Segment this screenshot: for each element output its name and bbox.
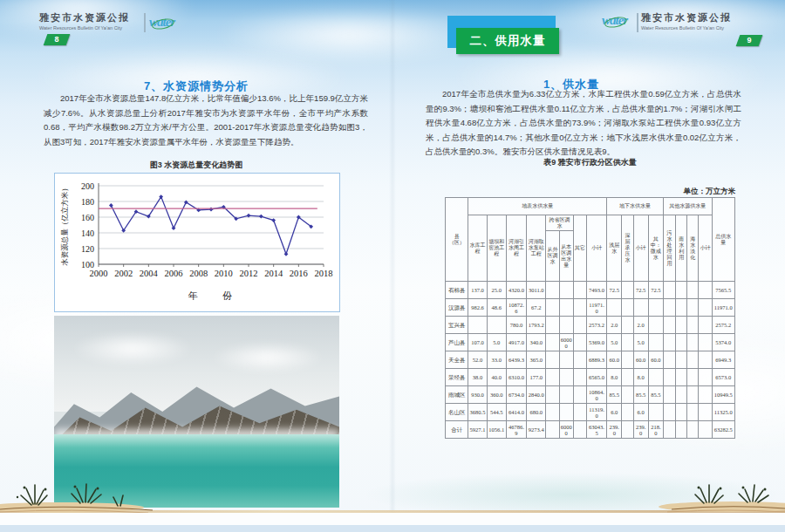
table-cell: 544.5 [487, 404, 506, 421]
table-cell [687, 351, 699, 369]
table-cell: 930.0 [468, 386, 487, 404]
table-cell-region: 石棉县 [446, 282, 468, 299]
data-marker [284, 252, 289, 256]
table-cell [663, 317, 675, 334]
table-cell: 72.5 [607, 282, 622, 299]
x-tick-label: 2012 [240, 269, 258, 278]
chart-title: 图3 水资源总量变化趋势图 [52, 160, 340, 171]
table-cell [546, 404, 559, 421]
table-cell: 2840.0 [527, 386, 546, 404]
table-cell: 9273.4 [527, 421, 546, 439]
table-cell [573, 351, 586, 369]
table-cell [622, 299, 633, 317]
table-cell [663, 386, 675, 404]
table-cell [676, 334, 687, 351]
table-cell-region: 汉源县 [446, 299, 468, 317]
header-subtotal-other: 小计 [699, 215, 712, 282]
right-header-title: 雅安市水资源公报 [641, 11, 732, 24]
page-gutter [389, 0, 396, 532]
cloud-decoration [218, 9, 480, 61]
left-header-subtitle: Water Resources Bulletin Of Ya'an City [39, 25, 130, 31]
bottom-margin [0, 513, 785, 525]
table-cell [699, 334, 712, 351]
table-cell: 5374.0 [712, 334, 734, 351]
table-row: 天全县52.033.06439.3365.06889.360.060.060.0… [446, 351, 735, 369]
table-cell [573, 334, 586, 351]
table-cell [676, 386, 687, 404]
table-cell: 72.5 [648, 282, 663, 299]
y-tick-label: 120 [81, 244, 94, 254]
table-cell [559, 369, 573, 386]
y-tick-label: 140 [81, 228, 94, 238]
table-row: 宝兴县780.01793.22573.22.02.02575.2 [446, 317, 735, 334]
table-cell: 8.0 [607, 369, 622, 386]
header-transfer-out: 从本区调出水量 [559, 231, 573, 282]
table-cell-region: 名山区 [446, 404, 468, 421]
table-cell: 982.6 [468, 299, 487, 317]
header-group-transfer: 跨省区调水 [546, 215, 573, 231]
header-region: 县（区） [446, 198, 468, 282]
table-cell-region: 天全县 [446, 351, 468, 369]
table-cell: 239.0 [633, 421, 648, 439]
table-cell: 6949.3 [712, 351, 734, 369]
trend-chart: 1001201401601802002000200220042006200820… [54, 173, 340, 312]
table-cell: 11319.0 [586, 404, 606, 421]
x-tick-label: 2004 [140, 269, 159, 278]
y-tick-label: 200 [81, 181, 94, 191]
table-cell: 67.2 [527, 299, 546, 317]
table-cell: 1056.1 [487, 421, 506, 439]
table-cell [663, 421, 675, 439]
table-cell: 6310.0 [506, 369, 526, 386]
table-cell [622, 282, 633, 299]
table-cell: 10872.6 [506, 299, 526, 317]
table-cell: 60000 [559, 421, 573, 439]
table-cell [676, 317, 687, 334]
x-tick-label: 2006 [165, 269, 183, 278]
table-cell [676, 282, 687, 299]
table-cell: 360.0 [487, 386, 506, 404]
table-row: 合计5927.11056.146786.99273.46000063043.52… [446, 421, 735, 439]
header-sea: 海水淡化 [687, 215, 699, 282]
table-cell: 60.0 [607, 351, 622, 369]
table-cell-region: 芦山县 [446, 334, 468, 351]
table-cell: 3680.5 [468, 404, 487, 421]
table-cell: 11971.0 [586, 299, 606, 317]
header-divider [637, 13, 638, 32]
table-cell: 10864.0 [586, 386, 606, 404]
table-cell [687, 317, 699, 334]
table-cell [622, 334, 633, 351]
table-cell: 48.6 [487, 299, 506, 317]
table-cell [699, 369, 712, 386]
supply-table-body: 石棉县137.025.04320.03011.07493.072.572.572… [446, 282, 735, 439]
table-cell: 5369.0 [586, 334, 606, 351]
section-badge: 二、供用水量 [456, 28, 559, 54]
table-cell [468, 317, 487, 334]
table-cell [648, 334, 663, 351]
table-cell: 7565.5 [712, 282, 734, 299]
x-tick-label: 2016 [290, 269, 308, 278]
table-cell [622, 317, 633, 334]
x-tick-label: 2014 [264, 269, 283, 278]
table-cell [676, 369, 687, 386]
table-row: 芦山县107.05.04917.0340.0600005369.05.05.05… [446, 334, 735, 351]
table-cell: 2573.2 [586, 317, 606, 334]
table-cell [648, 369, 663, 386]
table-cell: 40.0 [487, 369, 506, 386]
header-deep: 深层承压水 [622, 215, 633, 282]
table-cell [559, 404, 573, 421]
y-axis-label: 水资源总量（亿立方米） [60, 184, 69, 266]
left-page-header: 雅安市水资源公报 Water Resources Bulletin Of Ya'… [39, 11, 130, 31]
data-marker [109, 203, 113, 208]
bulletin-spread: 雅安市水资源公报 Water Resources Bulletin Of Ya'… [0, 0, 785, 532]
table-cell [573, 299, 586, 317]
table-cell [546, 351, 559, 369]
x-tick-label: 2018 [315, 269, 333, 278]
table-cell: 10949.5 [712, 386, 734, 404]
table-cell [648, 299, 663, 317]
table-cell: 5.0 [633, 334, 648, 351]
left-shore-grass [0, 476, 157, 515]
table-cell [699, 351, 712, 369]
table-cell: 137.0 [468, 282, 487, 299]
header-diversion: 河湖引水闸工程 [506, 215, 526, 282]
photo-cloud [72, 331, 194, 366]
